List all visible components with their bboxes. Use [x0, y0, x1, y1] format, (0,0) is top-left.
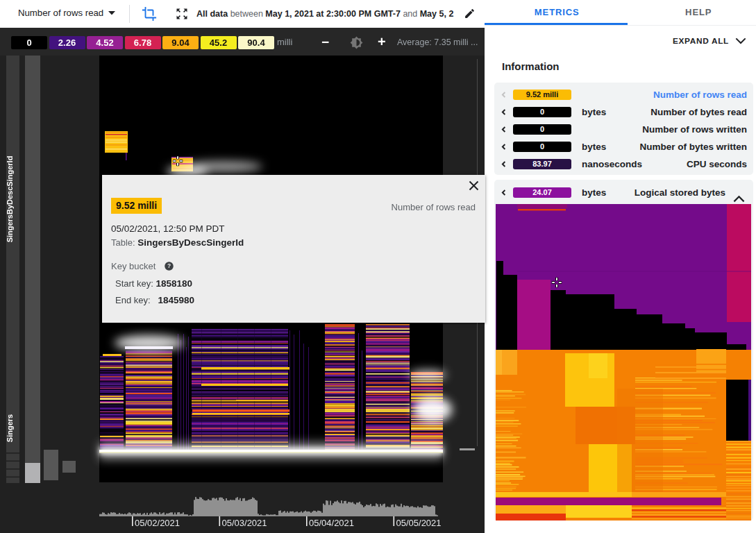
- svg-text:05/05/2021: 05/05/2021: [396, 518, 442, 528]
- svg-text:Singers: Singers: [6, 414, 14, 442]
- svg-text:05/03/2021: 05/03/2021: [222, 518, 267, 528]
- svg-text:SingersByDescSingerId: SingersByDescSingerId: [6, 156, 14, 243]
- svg-text:05/02/2021: 05/02/2021: [135, 518, 180, 528]
- svg-text:05/04/2021: 05/04/2021: [309, 518, 354, 528]
- svg-text:?: ?: [167, 262, 171, 269]
